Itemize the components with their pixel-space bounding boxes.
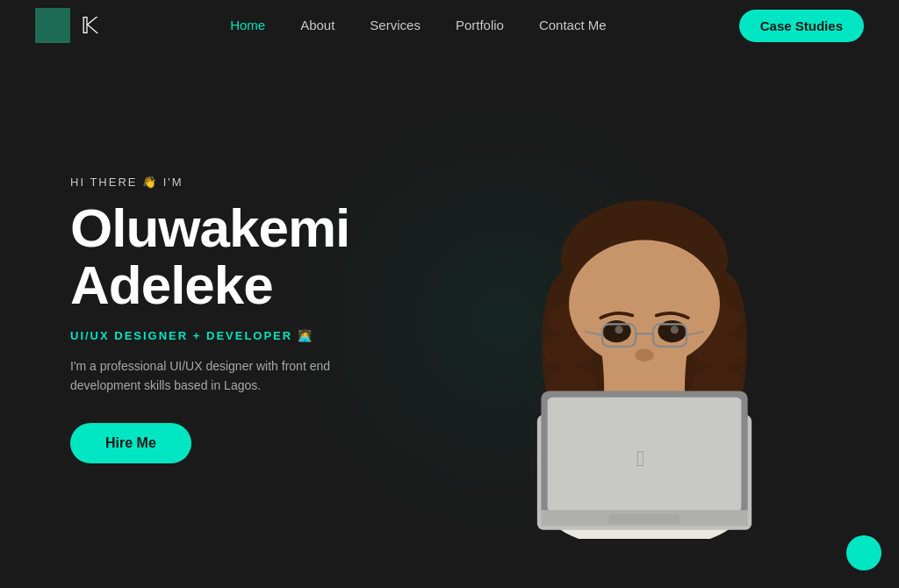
svg-point-16 (569, 240, 720, 368)
nav-link-portfolio[interactable]: Portfolio (456, 18, 504, 32)
navbar: 𝕂 Home About Services Portfolio Contact … (0, 0, 899, 51)
hero-content: HI THERE 👋 I'M Oluwakemi Adeleke UI/UX D… (70, 176, 349, 464)
svg-point-21 (635, 348, 654, 361)
nav-link-services[interactable]: Services (370, 18, 421, 32)
logo-text: 𝕂 (81, 12, 97, 39)
floating-circle (846, 535, 881, 570)
hero-name-line1: Oluwakemi (70, 197, 349, 258)
hero-name-line2: Adeleke (70, 255, 273, 315)
hero-section: HI THERE 👋 I'M Oluwakemi Adeleke UI/UX D… (0, 51, 899, 588)
svg-point-20 (671, 326, 679, 333)
nav-link-contact[interactable]: Contact Me (539, 18, 607, 32)
logo-square (35, 8, 70, 43)
svg-rect-32 (608, 514, 680, 524)
nav-item-about[interactable]: About (300, 18, 334, 33)
avatar-svg:  (478, 100, 811, 539)
svg-point-19 (615, 326, 623, 333)
case-studies-button[interactable]: Case Studies (739, 10, 864, 42)
hero-name: Oluwakemi Adeleke (70, 199, 349, 313)
nav-links: Home About Services Portfolio Contact Me (230, 18, 606, 33)
nav-link-about[interactable]: About (300, 18, 334, 32)
nav-item-portfolio[interactable]: Portfolio (456, 18, 504, 33)
logo-area: 𝕂 (35, 8, 97, 43)
nav-item-services[interactable]: Services (370, 18, 421, 33)
hero-greeting: HI THERE 👋 I'M (70, 176, 349, 189)
hire-me-button[interactable]: Hire Me (70, 423, 191, 463)
nav-link-home[interactable]: Home (230, 18, 265, 32)
avatar-container:  (478, 100, 811, 539)
hero-description: I'm a professional UI/UX designer with f… (70, 356, 334, 396)
nav-item-home[interactable]: Home (230, 18, 265, 33)
svg-text::  (636, 446, 644, 470)
hero-title: UI/UX DESIGNER + DEVELOPER 👩‍💻 (70, 329, 349, 342)
nav-item-contact[interactable]: Contact Me (539, 18, 607, 33)
hero-image-area:  (460, 51, 829, 588)
